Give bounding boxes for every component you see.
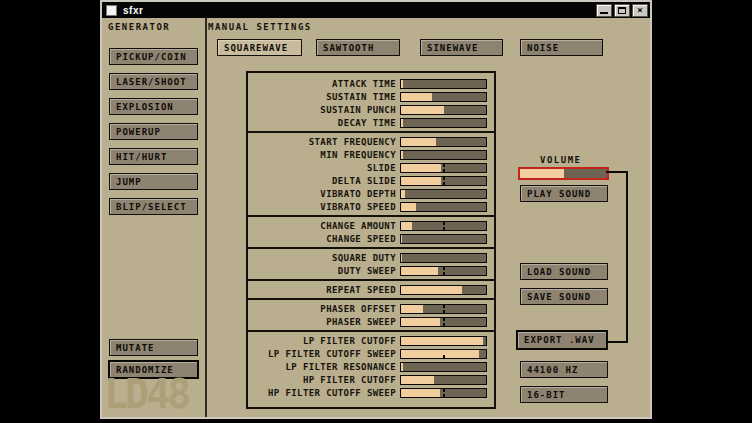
slider-lp-filter-cutoff[interactable] [400, 336, 487, 346]
generator-blip-select-button[interactable]: BLIP/SELECT [109, 198, 198, 215]
slider-fill [401, 254, 402, 262]
bit-depth-button[interactable]: 16-BIT [520, 386, 608, 403]
slider-row-sustain-punch: SUSTAIN PUNCH [248, 103, 494, 116]
slider-min-frequency[interactable] [400, 150, 487, 160]
slider-group: PHASER OFFSETPHASER SWEEP [248, 300, 494, 332]
slider-fill [401, 151, 403, 159]
slider-row-vibrato-speed: VIBRATO SPEED [248, 200, 494, 213]
slider-vibrato-speed[interactable] [400, 202, 487, 212]
slider-row-lp-filter-cutoff-sweep: LP FILTER CUTOFF SWEEP [248, 347, 494, 360]
slider-label: SUSTAIN PUNCH [248, 105, 400, 115]
slider-fill [401, 337, 483, 345]
slider-duty-sweep[interactable] [400, 266, 487, 276]
minimize-button-icon[interactable] [596, 4, 612, 17]
slider-delta-slide[interactable] [400, 176, 487, 186]
load-sound-button[interactable]: LOAD SOUND [520, 263, 608, 280]
slider-fill [401, 138, 436, 146]
slider-fill [401, 376, 434, 384]
slider-sustain-punch[interactable] [400, 105, 487, 115]
export-wav-button[interactable]: EXPORT .WAV [516, 330, 608, 350]
slider-lp-filter-cutoff-sweep[interactable] [400, 349, 487, 359]
generator-jump-button[interactable]: JUMP [109, 173, 198, 190]
generator-heading: GENERATOR [108, 22, 170, 32]
slider-label: SLIDE [248, 163, 400, 173]
slider-group: CHANGE AMOUNTCHANGE SPEED [248, 217, 494, 249]
slider-hp-filter-cutoff-sweep[interactable] [400, 388, 487, 398]
slider-fill [401, 267, 438, 275]
slider-row-hp-filter-cutoff: HP FILTER CUTOFF [248, 373, 494, 386]
generator-laser-shoot-button[interactable]: LASER/SHOOT [109, 73, 198, 90]
slider-fill [401, 177, 441, 185]
slider-row-hp-filter-cutoff-sweep: HP FILTER CUTOFF SWEEP [248, 386, 494, 399]
slider-label: CHANGE AMOUNT [248, 221, 400, 231]
slider-label: ATTACK TIME [248, 79, 400, 89]
slider-label: DECAY TIME [248, 118, 400, 128]
generator-pickup-coin-button[interactable]: PICKUP/COIN [109, 48, 198, 65]
wave-squarewave-button[interactable]: SQUAREWAVE [217, 39, 302, 56]
slider-row-decay-time: DECAY TIME [248, 116, 494, 129]
slider-group: START FREQUENCYMIN FREQUENCYSLIDEDELTA S… [248, 133, 494, 217]
slider-group: REPEAT SPEED [248, 281, 494, 300]
slider-fill [401, 235, 402, 243]
slider-fill [401, 80, 403, 88]
screen: sfxr × GENERATOR PICKUP/COINLASER/SHOOTE… [0, 0, 752, 423]
wave-sawtooth-button[interactable]: SAWTOOTH [316, 39, 400, 56]
slider-lp-filter-resonance[interactable] [400, 362, 487, 372]
slider-sustain-time[interactable] [400, 92, 487, 102]
slider-row-lp-filter-cutoff: LP FILTER CUTOFF [248, 334, 494, 347]
slider-row-sustain-time: SUSTAIN TIME [248, 90, 494, 103]
generator-powerup-button[interactable]: POWERUP [109, 123, 198, 140]
wave-sinewave-button[interactable]: SINEWAVE [420, 39, 503, 56]
slider-change-amount[interactable] [400, 221, 487, 231]
slider-start-frequency[interactable] [400, 137, 487, 147]
slider-row-repeat-speed: REPEAT SPEED [248, 283, 494, 296]
slider-phaser-sweep[interactable] [400, 317, 487, 327]
slider-group: ATTACK TIMESUSTAIN TIMESUSTAIN PUNCHDECA… [248, 75, 494, 133]
save-sound-button[interactable]: SAVE SOUND [520, 288, 608, 305]
mutate-button[interactable]: MUTATE [109, 339, 198, 356]
slider-label: HP FILTER CUTOFF SWEEP [248, 388, 400, 398]
slider-label: DELTA SLIDE [248, 176, 400, 186]
slider-phaser-offset[interactable] [400, 304, 487, 314]
slider-label: VIBRATO SPEED [248, 202, 400, 212]
window-title: sfxr [123, 5, 143, 16]
slider-row-phaser-offset: PHASER OFFSET [248, 302, 494, 315]
slider-fill [401, 318, 440, 326]
sfxr-window: sfxr × GENERATOR PICKUP/COINLASER/SHOOTE… [100, 0, 652, 419]
titlebar[interactable]: sfxr × [102, 2, 650, 18]
slider-slide[interactable] [400, 163, 487, 173]
slider-label: VIBRATO DEPTH [248, 189, 400, 199]
sample-rate-button[interactable]: 44100 HZ [520, 361, 608, 378]
slider-row-vibrato-depth: VIBRATO DEPTH [248, 187, 494, 200]
slider-fill [401, 190, 405, 198]
slider-fill [401, 164, 441, 172]
slider-hp-filter-cutoff[interactable] [400, 375, 487, 385]
slider-label: SUSTAIN TIME [248, 92, 400, 102]
slider-change-speed[interactable] [400, 234, 487, 244]
volume-slider[interactable] [518, 167, 609, 180]
slider-fill [401, 350, 479, 358]
slider-vibrato-depth[interactable] [400, 189, 487, 199]
slider-label: START FREQUENCY [248, 137, 400, 147]
slider-square-duty[interactable] [400, 253, 487, 263]
slider-label: LP FILTER RESONANCE [248, 362, 400, 372]
window-controls: × [596, 4, 648, 17]
slider-decay-time[interactable] [400, 118, 487, 128]
close-icon: × [637, 6, 642, 15]
slider-label: PHASER SWEEP [248, 317, 400, 327]
slider-label: MIN FREQUENCY [248, 150, 400, 160]
ld48-logo: LD48 [104, 374, 188, 414]
generator-explosion-button[interactable]: EXPLOSION [109, 98, 198, 115]
slider-row-min-frequency: MIN FREQUENCY [248, 148, 494, 161]
slider-repeat-speed[interactable] [400, 285, 487, 295]
slider-row-lp-filter-resonance: LP FILTER RESONANCE [248, 360, 494, 373]
slider-label: PHASER OFFSET [248, 304, 400, 314]
slider-attack-time[interactable] [400, 79, 487, 89]
play-sound-button[interactable]: PLAY SOUND [520, 185, 608, 202]
maximize-button-icon[interactable] [614, 4, 630, 17]
generator-hit-hurt-button[interactable]: HIT/HURT [109, 148, 198, 165]
close-button-icon[interactable]: × [632, 4, 648, 17]
wave-noise-button[interactable]: NOISE [520, 39, 603, 56]
slider-fill [401, 222, 412, 230]
slider-label: LP FILTER CUTOFF SWEEP [248, 349, 400, 359]
